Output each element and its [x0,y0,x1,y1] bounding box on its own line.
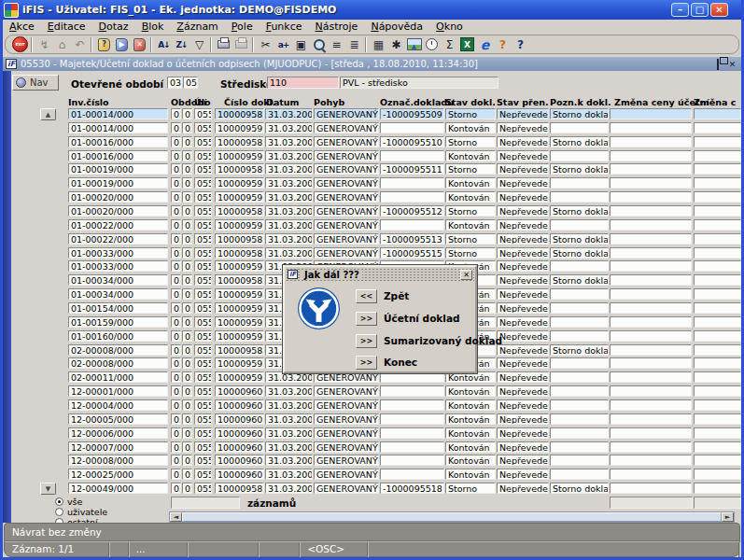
table-cell[interactable]: -1000095511 [380,163,444,175]
table-cell[interactable]: 05 [182,357,192,369]
table-cell[interactable]: 01-00034/000 [68,288,168,300]
table-cell[interactable]: 055 [194,357,212,369]
table-cell[interactable]: 03 [171,219,181,231]
table-cell[interactable] [380,413,444,425]
table-cell[interactable] [694,455,741,466]
dialog-button-konec[interactable]: >> [356,356,377,370]
table-cell[interactable]: Storno [445,483,496,494]
table-cell[interactable]: 1000095924 [215,357,264,369]
list-icon[interactable]: ≡ [328,36,345,52]
table-cell[interactable]: GENEROVANÝ úč [314,219,379,231]
table-cell[interactable]: Nepřevedeno [497,427,549,439]
table-cell[interactable]: 31.03.2005 [265,205,313,217]
table-cell[interactable] [610,330,692,342]
table-cell[interactable] [694,150,741,161]
mdi-close-button[interactable]: ✕ [726,59,738,70]
table-cell[interactable]: 055 [194,371,212,383]
cut-icon[interactable]: ✂ [257,36,274,52]
period-year-field[interactable]: 05 [183,77,198,89]
table-cell[interactable]: 055 [194,427,212,439]
help-context-icon[interactable]: ? [494,36,512,52]
table-cell[interactable]: 31.03.2005 [265,427,313,439]
table-cell[interactable]: Storno dokladu [550,483,609,494]
table-cell[interactable]: Nepřevedeno [497,274,549,286]
table-cell[interactable] [550,177,609,189]
mdi-restore-button[interactable] [711,59,723,70]
table-cell[interactable] [380,385,444,397]
debug-icon[interactable]: ✱ [387,36,405,52]
table-cell[interactable]: Storno [445,136,496,147]
table-cell[interactable]: 055 [194,441,212,453]
radio-circle[interactable] [55,508,63,516]
table-cell[interactable] [550,260,609,272]
dialog-button-sumarizovanydoklad[interactable]: >> [356,334,377,348]
menu-item-akce[interactable]: Akce [3,21,41,33]
table-cell[interactable] [694,413,741,425]
rollback-icon[interactable]: ↶ [71,36,89,52]
table-cell[interactable]: GENEROVANÝ úč [314,136,379,147]
table-cell[interactable] [694,288,741,300]
table-cell[interactable]: 1000095923 [215,330,264,342]
table-cell[interactable]: 05 [182,108,192,119]
table-cell[interactable]: Kontován [445,177,496,189]
table-cell[interactable]: 055 [194,399,212,411]
table-cell[interactable] [380,177,444,189]
table-cell[interactable]: Nepřevedeno [497,191,549,203]
table-cell[interactable]: Nepřevedeno [497,163,549,175]
table-cell[interactable]: 055 [194,247,212,259]
table-cell[interactable]: Storno dokladu [550,274,609,286]
table-cell[interactable]: 1000095827 [215,233,264,245]
table-cell[interactable] [550,122,609,133]
menu-item-pole[interactable]: Pole [225,21,260,33]
table-cell[interactable]: 055 [194,288,212,300]
table-cell[interactable]: 31.03.2005 [265,385,313,397]
filter-icon[interactable]: ▽ [190,36,208,52]
table-cell[interactable]: 03 [171,163,181,175]
insert-record-icon[interactable]: a+ [274,36,292,52]
table-cell[interactable] [694,122,741,133]
table-cell[interactable]: Storno dokladu [550,247,609,259]
table-cell[interactable] [380,122,444,133]
table-cell[interactable]: 05 [182,233,192,245]
table-cell[interactable]: 03 [171,330,181,342]
table-cell[interactable]: 1000095828 [215,247,264,259]
table-cell[interactable] [694,330,741,342]
table-cell[interactable]: Storno [445,205,496,217]
scroll-right-button[interactable]: ► [722,512,734,522]
scrollbar-thumb[interactable] [182,512,722,522]
table-cell[interactable]: 1000095918 [215,219,264,231]
table-cell[interactable]: -1000095512 [380,205,444,217]
table-cell[interactable]: Nepřevedeno [497,385,549,397]
menu-item-blok[interactable]: Blok [135,21,171,33]
menu-item-funkce[interactable]: Funkce [260,21,309,33]
table-cell[interactable]: 1000095917 [215,191,264,203]
table-cell[interactable]: 05 [182,163,192,175]
table-cell[interactable] [694,219,741,231]
table-cell[interactable] [610,399,692,411]
table-cell[interactable]: 055 [194,108,212,119]
table-cell[interactable] [550,288,609,300]
table-cell[interactable]: Nepřevedeno [497,122,549,133]
exit-icon[interactable]: EXIT [11,36,29,52]
table-cell[interactable]: 1000096013 [215,441,264,453]
table-cell[interactable] [610,163,692,175]
table-cell[interactable]: 1000095922 [215,316,264,328]
table-cell[interactable]: 03 [171,302,181,314]
table-cell[interactable]: 1000095920 [215,288,264,300]
clock-icon[interactable] [423,36,441,52]
table-cell[interactable]: 1000096011 [215,413,264,425]
table-cell[interactable]: 05 [182,330,192,342]
table-cell[interactable] [610,427,692,439]
menu-item-zaznam[interactable]: Záznam [170,21,225,33]
table-cell[interactable]: -1000095518 [380,483,444,494]
table-cell[interactable]: 05 [182,191,192,203]
table-cell[interactable]: 03 [171,177,181,189]
table-cell[interactable]: 01-00033/000 [68,260,168,272]
table-cell[interactable]: 05 [182,302,192,314]
table-cell[interactable]: 01-00034/000 [68,274,168,286]
table-cell[interactable]: 31.03.2005 [265,108,313,119]
table-cell[interactable]: GENEROVANÝ úč [314,371,379,383]
list-detail-icon[interactable]: ≣ [345,36,363,52]
table-cell[interactable]: GENEROVANÝ úč [314,455,379,466]
table-cell[interactable]: Storno dokladu [550,205,609,217]
